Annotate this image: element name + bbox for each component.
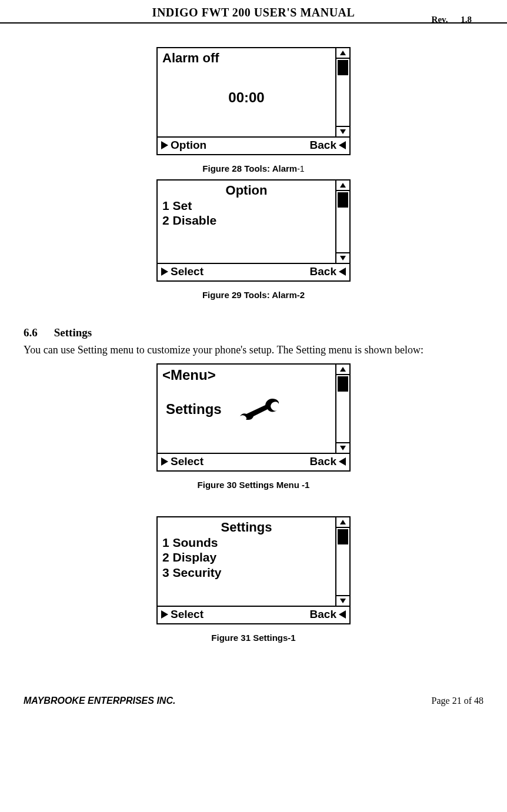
scrollbar[interactable]	[335, 365, 349, 453]
svg-marker-0	[340, 51, 346, 55]
menu-item-security[interactable]: 3 Security	[162, 565, 331, 580]
svg-marker-10	[161, 457, 168, 466]
softkey-bar: Select Back	[158, 263, 349, 280]
screen-display-area: Settings 1 Sounds 2 Display 3 Security	[158, 517, 335, 606]
svg-marker-4	[340, 183, 346, 188]
softkey-back-button[interactable]: Back	[310, 608, 346, 621]
section-body-text: You can use Setting menu to customize yo…	[24, 343, 483, 357]
scroll-thumb[interactable]	[338, 376, 348, 392]
scroll-track	[336, 76, 349, 126]
softkey-bar: Select Back	[158, 606, 349, 623]
triangle-right-icon	[161, 268, 168, 276]
alarm-time-value: 00:00	[162, 89, 331, 106]
svg-marker-2	[161, 141, 168, 149]
scroll-thumb[interactable]	[338, 192, 348, 208]
screen-display-area: <Menu> Settings	[158, 365, 335, 453]
softkey-left-label: Select	[171, 455, 204, 468]
scroll-down-icon[interactable]	[336, 595, 349, 606]
svg-marker-11	[339, 457, 346, 466]
svg-marker-13	[340, 599, 346, 603]
figure-31-caption: Figure 31 Settings-1	[24, 633, 483, 643]
scroll-thumb[interactable]	[338, 529, 348, 544]
scrollbar[interactable]	[335, 517, 349, 606]
screen-display-area: Alarm off 00:00	[158, 48, 335, 136]
phone-screen-settings-list: Settings 1 Sounds 2 Display 3 Security S…	[156, 516, 351, 624]
scroll-up-icon[interactable]	[336, 517, 349, 528]
triangle-left-icon	[339, 457, 346, 466]
scroll-down-icon[interactable]	[336, 126, 349, 136]
scroll-up-icon[interactable]	[336, 365, 349, 375]
figure-28-caption: Figure 28 Tools: Alarm-1	[24, 163, 483, 173]
document-title: INDIGO FWT 200 USER'S MANUAL	[24, 6, 483, 19]
scroll-down-icon[interactable]	[336, 442, 349, 453]
section-number: 6.6	[24, 326, 38, 339]
revision-block: Rev. 1.8	[432, 15, 472, 25]
softkey-left-label: Select	[171, 608, 204, 621]
screen-display-area: Option 1 Set 2 Disable	[158, 181, 335, 263]
svg-marker-9	[340, 446, 346, 450]
revision-number: 1.8	[461, 15, 472, 24]
softkey-select-button[interactable]: Select	[161, 265, 204, 278]
scroll-track	[336, 393, 349, 442]
section-heading: 6.6Settings	[24, 326, 483, 339]
softkey-left-label: Option	[171, 139, 206, 152]
option-menu-title: Option	[162, 183, 331, 198]
svg-marker-6	[161, 268, 168, 276]
softkey-back-button[interactable]: Back	[310, 265, 346, 278]
section-6-6: 6.6Settings You can use Setting menu to …	[24, 326, 483, 357]
softkey-right-label: Back	[310, 265, 336, 278]
settings-label: Settings	[166, 401, 222, 417]
triangle-left-icon	[339, 610, 346, 619]
svg-marker-7	[339, 268, 346, 276]
figure-30-caption: Figure 30 Settings Menu -1	[24, 480, 483, 490]
triangle-right-icon	[161, 457, 168, 466]
softkey-right-label: Back	[310, 455, 336, 468]
phone-screen-alarm-off: Alarm off 00:00 Option Back	[156, 47, 351, 155]
softkey-bar: Select Back	[158, 453, 349, 470]
softkey-select-button[interactable]: Select	[161, 455, 204, 468]
settings-menu-title: Settings	[162, 520, 331, 535]
menu-breadcrumb-label: <Menu>	[162, 367, 331, 383]
softkey-back-button[interactable]: Back	[310, 455, 346, 468]
alarm-status-label: Alarm off	[162, 51, 331, 66]
svg-marker-1	[340, 129, 346, 134]
scroll-track	[336, 209, 349, 252]
svg-marker-5	[340, 256, 346, 260]
softkey-bar: Option Back	[158, 136, 349, 154]
phone-screen-menu-settings: <Menu> Settings Se	[156, 363, 351, 472]
revision-label: Rev.	[432, 15, 448, 24]
scroll-down-icon[interactable]	[336, 252, 349, 263]
softkey-right-label: Back	[310, 608, 336, 621]
softkey-option-button[interactable]: Option	[161, 139, 206, 152]
scrollbar[interactable]	[335, 181, 349, 263]
wrench-icon	[238, 396, 284, 422]
svg-marker-15	[339, 610, 346, 619]
menu-item-set[interactable]: 1 Set	[162, 198, 331, 213]
page-footer: MAYBROOKE ENTERPRISES INC. Page 21 of 48	[0, 696, 507, 718]
triangle-left-icon	[339, 141, 346, 149]
menu-item-disable[interactable]: 2 Disable	[162, 213, 331, 228]
triangle-right-icon	[161, 610, 168, 619]
page-header: INDIGO FWT 200 USER'S MANUAL Rev. 1.8	[0, 0, 507, 24]
footer-company: MAYBROOKE ENTERPRISES INC.	[24, 696, 175, 706]
scroll-track	[336, 546, 349, 595]
scroll-up-icon[interactable]	[336, 48, 349, 59]
svg-marker-12	[340, 520, 346, 524]
svg-marker-8	[340, 367, 346, 372]
svg-marker-3	[339, 141, 346, 149]
softkey-right-label: Back	[310, 139, 336, 152]
section-title: Settings	[54, 326, 92, 339]
footer-page-number: Page 21 of 48	[432, 696, 483, 706]
triangle-right-icon	[161, 141, 168, 149]
scrollbar[interactable]	[335, 48, 349, 136]
menu-item-sounds[interactable]: 1 Sounds	[162, 535, 331, 550]
softkey-select-button[interactable]: Select	[161, 608, 204, 621]
svg-marker-14	[161, 610, 168, 619]
scroll-thumb[interactable]	[338, 60, 348, 75]
scroll-up-icon[interactable]	[336, 181, 349, 191]
softkey-back-button[interactable]: Back	[310, 139, 346, 152]
phone-screen-option-menu: Option 1 Set 2 Disable Select Back	[156, 179, 351, 282]
menu-item-display[interactable]: 2 Display	[162, 550, 331, 564]
softkey-left-label: Select	[171, 265, 204, 278]
figure-29-caption: Figure 29 Tools: Alarm-2	[24, 290, 483, 300]
